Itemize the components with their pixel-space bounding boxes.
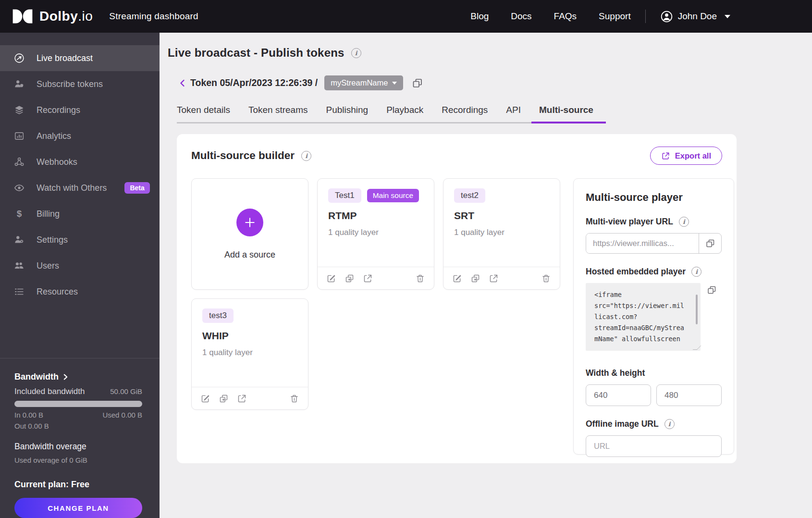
sidebar-item-billing[interactable]: $ Billing [0,201,160,227]
user-avatar-icon [660,10,673,23]
list-icon [13,286,25,297]
nav-blog[interactable]: Blog [470,11,489,22]
open-source-button[interactable] [237,394,247,404]
users-icon [13,260,25,271]
multi-view-url-input[interactable] [586,234,699,253]
tab-playback[interactable]: Playback [386,105,423,122]
sidebar-item-live-broadcast[interactable]: Live broadcast [0,45,160,71]
export-all-button[interactable]: Export all [650,147,722,165]
delete-source-button[interactable] [415,273,425,284]
open-source-button[interactable] [363,273,373,284]
sidebar-item-label: Recordings [37,105,80,115]
back-chevron-icon[interactable] [178,78,187,88]
export-icon [661,151,670,160]
eye-icon [13,183,25,193]
copy-embed-code-button[interactable] [707,285,717,295]
sidebar-item-resources[interactable]: Resources [0,279,160,305]
stream-name: myStreamName [331,78,388,87]
offline-image-url-input[interactable] [586,435,722,457]
header-divider [645,10,646,23]
product-name: Streaming dashboard [109,11,198,22]
add-source-plus-button[interactable] [236,209,263,236]
external-link-icon [489,273,499,284]
open-source-button[interactable] [489,273,499,284]
bandwidth-in: In 0.00 B [14,411,43,419]
tab-api[interactable]: API [506,105,521,122]
edit-source-button[interactable] [326,273,336,284]
dolby-logo[interactable]: Dolby.io [12,9,93,24]
nav-support[interactable]: Support [599,11,631,22]
sidebar-item-webhooks[interactable]: Webhooks [0,149,160,175]
sidebar-item-users[interactable]: Users [0,253,160,279]
webhook-icon [13,157,25,167]
page-title: Live broadcast - Publish tokens [168,46,344,60]
embed-player-info-icon[interactable] [691,267,701,277]
tab-recordings[interactable]: Recordings [442,105,488,122]
beta-badge: Beta [124,182,149,194]
embed-code-block[interactable]: <iframe src="https://viewer.mil licast.c… [586,283,701,351]
nav-docs[interactable]: Docs [511,11,531,22]
multi-view-url-group [586,233,722,254]
tab-publishing[interactable]: Publishing [326,105,368,122]
height-input[interactable] [656,384,722,406]
delete-source-button[interactable] [289,394,299,404]
chevron-right-icon [62,374,69,380]
embed-player-label: Hosted embedded player [586,267,686,277]
copy-url-button[interactable] [699,234,721,253]
duplicate-source-button[interactable] [470,273,480,284]
copy-stream-name-button[interactable] [412,77,423,89]
width-input[interactable] [586,384,651,406]
multi-view-url-info-icon[interactable] [679,217,689,227]
sidebar-item-settings[interactable]: Settings [0,227,160,253]
sidebar-item-recordings[interactable]: Recordings [0,97,160,123]
main-source-badge: Main source [367,189,419,202]
sidebar-item-watch-with-others[interactable]: Watch with Others Beta [0,175,160,201]
source-protocol: RTMP [328,210,423,222]
sidebar-item-label: Resources [37,287,78,297]
sidebar-item-label: Analytics [37,131,71,141]
sidebar-item-analytics[interactable]: Analytics [0,123,160,149]
copy-icon [412,77,423,89]
nav-faqs[interactable]: FAQs [554,11,577,22]
builder-title: Multi-source builder [191,149,295,162]
tab-token-details[interactable]: Token details [177,105,230,122]
sidebar-item-label: Live broadcast [37,53,93,63]
delete-source-button[interactable] [541,273,551,284]
tab-token-streams[interactable]: Token streams [248,105,308,122]
external-link-icon [237,394,247,404]
trash-icon [289,394,299,404]
sidebar-item-label: Watch with Others [37,183,107,193]
builder-info-icon[interactable] [301,151,311,161]
sidebar-item-label: Settings [37,235,68,245]
change-plan-button[interactable]: CHANGE PLAN [14,498,142,518]
main-content: Live broadcast - Publish tokens Token 05… [160,33,812,518]
bandwidth-title: Bandwidth [14,372,59,382]
duplicate-source-button[interactable] [344,273,355,284]
code-scrollbar[interactable] [696,295,698,324]
user-menu[interactable]: John Doe [660,10,730,23]
embed-code: <iframe src="https://viewer.mil licast.c… [594,289,692,345]
edit-source-button[interactable] [200,394,210,404]
player-title: Multi-source player [586,191,722,204]
tab-multi-source[interactable]: Multi-source [539,105,593,122]
layers-icon [13,105,25,115]
sidebar-nav: Live broadcast Subscribe tokens Recordin… [0,33,160,305]
source-card-test2: test2 SRT 1 quality layer [443,178,560,290]
offline-image-url-info-icon[interactable] [664,419,675,429]
page-title-info-icon[interactable] [351,48,361,58]
duplicate-source-button[interactable] [219,394,229,404]
edit-source-button[interactable] [452,273,462,284]
source-name-pill: test2 [454,188,485,203]
resize-grip[interactable] [693,345,701,350]
copy-icon [705,238,715,248]
bandwidth-title-row[interactable]: Bandwidth [14,372,142,382]
source-quality: 1 quality layer [328,228,423,237]
add-source-card[interactable]: Add a source [191,178,308,290]
duplicate-icon [219,394,229,404]
sidebar: Live broadcast Subscribe tokens Recordin… [0,33,160,518]
stream-name-dropdown[interactable]: myStreamName [324,75,403,90]
sidebar-item-subscribe-tokens[interactable]: Subscribe tokens [0,71,160,97]
source-grid: Add a source Test1 Main source RTMP 1 qu… [191,178,560,455]
offline-image-url-label: Offline image URL [586,419,659,429]
source-card-test1: Test1 Main source RTMP 1 quality layer [317,178,434,290]
